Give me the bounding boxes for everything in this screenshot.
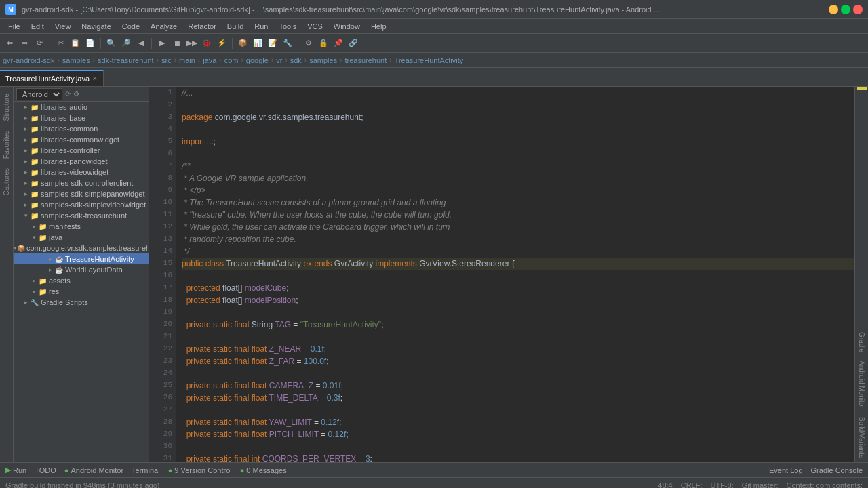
toolbar-btn-19[interactable]: 🔒 — [317, 37, 330, 50]
tree-item-icon: 📁 — [30, 200, 39, 209]
menu-item-analyze[interactable]: Analyze — [145, 21, 182, 32]
tree-item-java[interactable]: ▾📁java — [14, 232, 149, 243]
terminal-btn[interactable]: Terminal — [132, 466, 160, 474]
toolbar-btn-0[interactable]: ⬅ — [3, 37, 16, 50]
gradle-console-btn[interactable]: Gradle Console — [811, 466, 863, 474]
scroll-indicator-warning[interactable] — [857, 87, 867, 90]
messages-btn[interactable]: ● 0 Messages — [240, 466, 287, 474]
tree-item-res[interactable]: ▸📁res — [14, 286, 149, 297]
tab-close-icon[interactable]: ✕ — [92, 75, 98, 82]
menu-item-refactor[interactable]: Refactor — [182, 21, 222, 32]
menu-item-build[interactable]: Build — [222, 21, 249, 32]
expand-icon: ▸ — [22, 104, 30, 110]
editor-tab-treasurehunt[interactable]: TreasureHuntActivity.java ✕ — [0, 70, 104, 86]
sidebar-sync-icon[interactable]: ⟳ — [65, 90, 71, 98]
breadcrumb-item-3[interactable]: src — [161, 56, 172, 64]
sidebar-settings-icon[interactable]: ⚙ — [73, 90, 79, 98]
expand-icon: ▸ — [22, 180, 30, 186]
tree-item-libraries-audio[interactable]: ▸📁libraries-audio — [14, 102, 149, 113]
android-monitor-btn[interactable]: ● Android Monitor — [64, 466, 123, 474]
toolbar-btn-9[interactable]: ▶ — [155, 37, 169, 50]
run-btn[interactable]: ▶ Run — [5, 466, 26, 474]
tree-item-libraries-panowidget[interactable]: ▸📁libraries-panowidget — [14, 156, 149, 167]
event-log-btn[interactable]: Event Log — [769, 466, 803, 474]
breadcrumb-item-12[interactable]: TreasureHuntActivity — [395, 56, 464, 64]
tree-item-libraries-common[interactable]: ▸📁libraries-common — [14, 123, 149, 134]
toolbar-btn-8[interactable]: ◀ — [134, 37, 148, 50]
tree-item-samples-sdk-simplepanowidget[interactable]: ▸📁samples-sdk-simplepanowidget — [14, 188, 149, 199]
tree-item-samples-sdk-controllerclient[interactable]: ▸📁samples-sdk-controllerclient — [14, 178, 149, 188]
menu-item-run[interactable]: Run — [249, 21, 273, 32]
menu-item-help[interactable]: Help — [366, 21, 392, 32]
tree-item-libraries-base[interactable]: ▸📁libraries-base — [14, 113, 149, 123]
android-dropdown[interactable]: Android — [16, 88, 62, 100]
breadcrumb-item-1[interactable]: samples — [62, 56, 90, 64]
toolbar-btn-2[interactable]: ⟳ — [33, 37, 46, 50]
tree-item-samples-sdk-simplevideowidget[interactable]: ▸📁samples-sdk-simplevideowidget — [14, 199, 149, 210]
favorites-tab[interactable]: Favorites — [1, 127, 12, 163]
menu-item-tools[interactable]: Tools — [273, 21, 302, 32]
toolbar-btn-6[interactable]: 🔍 — [104, 37, 118, 50]
toolbar-btn-5[interactable]: 📄 — [83, 37, 97, 50]
tree-item-libraries-videowidget[interactable]: ▸📁libraries-videowidget — [14, 167, 149, 178]
menu-item-code[interactable]: Code — [117, 21, 145, 32]
tree-item-assets[interactable]: ▸📁assets — [14, 275, 149, 286]
tree-item-WorldLayoutData[interactable]: ▸☕WorldLayoutData — [14, 264, 149, 275]
menu-item-navigate[interactable]: Navigate — [76, 21, 116, 32]
tree-item-libraries-controller[interactable]: ▸📁libraries-controller — [14, 145, 149, 156]
breadcrumb-item-0[interactable]: gvr-android-sdk — [3, 56, 54, 64]
tree-item-label: libraries-videowidget — [41, 168, 108, 176]
toolbar-btn-3[interactable]: ✂ — [54, 37, 67, 50]
todo-btn[interactable]: TODO — [35, 466, 56, 474]
android-monitor-right-tab[interactable]: Android Monitor — [856, 357, 867, 413]
breadcrumb-item-5[interactable]: java — [203, 56, 216, 64]
breadcrumb-item-2[interactable]: sdk-treasurehunt — [98, 56, 154, 64]
menu-item-edit[interactable]: Edit — [26, 21, 50, 32]
toolbar-btn-17[interactable]: 🔧 — [281, 37, 294, 50]
close-button[interactable] — [853, 5, 863, 14]
breadcrumb-item-10[interactable]: samples — [309, 56, 337, 64]
toolbar-btn-14[interactable]: 📦 — [236, 37, 250, 50]
toolbar-btn-12[interactable]: 🐞 — [200, 37, 214, 50]
tree-item-samples-sdk-treasurehunt[interactable]: ▾📁samples-sdk-treasurehunt — [14, 210, 149, 221]
toolbar-btn-16[interactable]: 📝 — [266, 37, 279, 50]
code-line-15: public class TreasureHuntActivity extend… — [182, 258, 854, 270]
toolbar-btn-20[interactable]: 📌 — [332, 37, 345, 50]
toolbar-btn-1[interactable]: ➡ — [18, 37, 31, 50]
tree-item-TreasureHuntActivity[interactable]: ▸☕TreasureHuntActivity — [14, 253, 149, 264]
menu-item-file[interactable]: File — [3, 21, 26, 32]
tree-item-manifests[interactable]: ▸📁manifests — [14, 221, 149, 232]
breadcrumb-item-6[interactable]: com — [224, 56, 239, 64]
toolbar-btn-7[interactable]: 🔎 — [119, 37, 133, 50]
toolbar-btn-4[interactable]: 📋 — [68, 37, 82, 50]
gradle-tab[interactable]: Gradle — [856, 328, 867, 357]
breadcrumb-item-7[interactable]: google — [246, 56, 269, 64]
code-lines[interactable]: //... package com.google.vr.sdk.samples.… — [176, 87, 854, 462]
tree-item-icon: 📁 — [30, 146, 39, 155]
maximize-button[interactable] — [841, 5, 850, 14]
captures-tab[interactable]: Captures — [1, 164, 12, 200]
breadcrumb-item-4[interactable]: main — [179, 56, 195, 64]
tree-item-com.google.vr.sdk.samples.treasurehunt[interactable]: ▾📦com.google.vr.sdk.samples.treasurehunt — [14, 243, 149, 253]
build-variants-tab[interactable]: Build/Variants — [856, 413, 867, 462]
menu-item-window[interactable]: Window — [328, 21, 366, 32]
code-view[interactable]: 1234567891011121314151617181920212223242… — [149, 87, 854, 462]
version-control-btn[interactable]: ● 9 Version Control — [168, 466, 232, 474]
breadcrumb-sep: › — [57, 56, 59, 64]
tree-item-libraries-commonwidget[interactable]: ▸📁libraries-commonwidget — [14, 134, 149, 145]
line-number-20: 20 — [149, 319, 172, 331]
toolbar-btn-18[interactable]: ⚙ — [302, 37, 315, 50]
toolbar-btn-13[interactable]: ⚡ — [215, 37, 229, 50]
tree-item-Gradle-Scripts[interactable]: ▸🔧Gradle Scripts — [14, 297, 149, 308]
toolbar-btn-10[interactable]: ⏹ — [170, 37, 184, 50]
breadcrumb-item-9[interactable]: sdk — [290, 56, 302, 64]
toolbar-btn-11[interactable]: ▶▶ — [185, 37, 199, 50]
structure-tab[interactable]: Structure — [1, 89, 12, 125]
toolbar-btn-21[interactable]: 🔗 — [347, 37, 360, 50]
breadcrumb-item-11[interactable]: treasurehunt — [345, 56, 387, 64]
toolbar-btn-15[interactable]: 📊 — [251, 37, 264, 50]
breadcrumb-item-8[interactable]: vr — [276, 56, 282, 64]
minimize-button[interactable] — [829, 5, 838, 14]
menu-item-view[interactable]: View — [50, 21, 77, 32]
menu-item-vcs[interactable]: VCS — [302, 21, 328, 32]
